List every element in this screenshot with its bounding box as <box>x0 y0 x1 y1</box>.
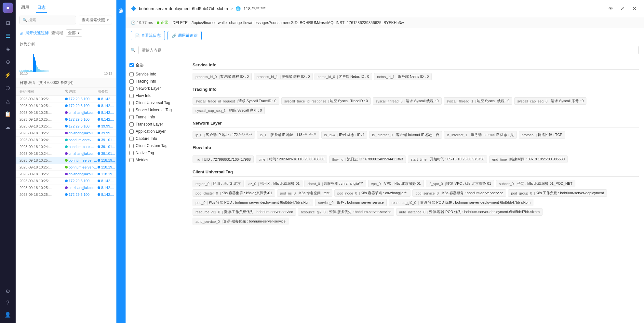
top-tabs: 调用 日志 <box>20 3 112 13</box>
close-button[interactable]: ✕ <box>630 4 639 13</box>
bar-25 <box>46 70 47 72</box>
sidebar-icon-user[interactable]: 👤 <box>2 309 14 320</box>
sidebar-icon-bolt[interactable]: ⚡ <box>2 69 14 81</box>
eye-icon-btn[interactable]: 👁 <box>606 4 615 13</box>
sidebar-icon-grid[interactable]: ⊞ <box>2 17 14 29</box>
checkbox-capture-info-input[interactable] <box>129 137 134 141</box>
table-row[interactable]: 2023-09-18 10:25:... cn-zhangjiakou... 8… <box>16 184 116 191</box>
checkbox-client-custom-tag-label: Client Custom Tag <box>136 143 168 148</box>
checkbox-transport-layer[interactable]: Transport Layer <box>129 121 183 128</box>
row-server: 8.142.... <box>98 186 116 190</box>
checkbox-client-custom-tag[interactable]: Client Custom Tag <box>129 142 183 149</box>
sidebar-icon-menu[interactable]: ☰ <box>2 30 14 42</box>
view-log-button[interactable]: 📄 查看流日志 <box>131 31 165 40</box>
row-time: 2023-09-18 10:25:... <box>20 186 65 190</box>
tab-log[interactable]: 日志 <box>36 3 47 13</box>
tab-call[interactable]: 调用 <box>20 3 31 13</box>
client-universal-tag-title: Client Universal Tag <box>193 169 639 177</box>
tag-ip-1: ip_1 | 服务端 IP 地址 : 118.***.***.** <box>257 131 319 139</box>
status-badge: 正常 <box>157 20 168 25</box>
trend-title: 趋势分析 <box>20 42 112 47</box>
table-row[interactable]: 2023-09-18 10:24:... bohrium-core-... 39… <box>16 143 116 150</box>
table-row[interactable]: 2023-09-18 10:25:... cn-zhangjiakou... 8… <box>16 109 116 116</box>
checkbox-server-universal-tag-input[interactable] <box>129 108 134 112</box>
sidebar-icon-hex[interactable]: ⬡ <box>2 82 14 94</box>
tag-syscall-trace-response: syscall_trace_id_response | 响应 Syscall T… <box>281 97 371 105</box>
trace-button[interactable]: 🔗 调用链追踪 <box>168 31 202 40</box>
table-row[interactable]: 2023-09-18 10:25:... cn-zhangjiakou... 3… <box>16 130 116 137</box>
search-snapshot-select[interactable]: 查询搜索快照 ▼ <box>79 16 112 24</box>
checkbox-client-custom-tag-input[interactable] <box>129 144 134 148</box>
checkbox-metrics[interactable]: Metrics <box>129 156 183 164</box>
checkbox-capture-info[interactable]: Capture Info <box>129 135 183 142</box>
checkbox-tracing-info-label: Tracing Info <box>136 79 156 84</box>
row-time: 2023-09-18 10:25:... <box>20 104 65 108</box>
checkbox-all[interactable]: 全选 <box>129 61 183 69</box>
client-universal-tag-tags: region_0 | 区域 : 华北2-北京 az_0 | 可用区 : k8s-… <box>193 180 639 225</box>
table-row[interactable]: 2023-09-18 10:25:... cn-zhangjiakou... 1… <box>16 171 116 178</box>
search-wrap[interactable]: 🔍 搜索 <box>20 16 76 24</box>
table-row[interactable]: 2023-09-18 10:24:... bohrium-core-... 39… <box>16 137 116 143</box>
sidebar-icon-help[interactable]: ? <box>2 297 14 309</box>
table-row[interactable]: 2023-09-18 10:25:... 172.29.6.100 8.142.… <box>16 96 116 102</box>
sidebar-icon-diamond[interactable]: ◈ <box>2 43 14 55</box>
log-icon: 📄 <box>135 34 140 38</box>
table-row[interactable]: 2023-09-18 10:25:... 172.29.6.100 39.99.… <box>16 123 116 130</box>
checkbox-metrics-input[interactable] <box>129 158 134 162</box>
expand-filter-label[interactable]: 展开快速过滤 <box>25 30 49 36</box>
time-badge: 🕐 19.77 ms <box>131 20 153 25</box>
table-row[interactable]: 2023-09-18 10:25:... 172.29.6.100 8.142.… <box>16 191 116 198</box>
checkbox-server-universal-tag[interactable]: Server Universal Tag <box>129 106 183 114</box>
checkbox-tunnel-info-input[interactable] <box>129 115 134 119</box>
bar-peak2 <box>34 57 35 72</box>
flow-info-tags: _id | UID : 7279986317100417968 time | 时… <box>193 155 639 163</box>
checkbox-flow-info[interactable]: Flow Info <box>129 92 183 99</box>
checkbox-tunnel-info[interactable]: Tunnel Info <box>129 114 183 121</box>
sidebar-icon-settings[interactable]: ⚙ <box>2 285 14 297</box>
checkbox-native-tag-label: Native Tag <box>136 151 154 155</box>
trend-section: 趋势分析 <box>16 39 116 78</box>
tag-netns-id-1: netns_id_1 | 服务端 Netns ID : 0 <box>374 73 432 80</box>
checkbox-service-info-input[interactable] <box>129 72 134 76</box>
table-row[interactable]: 2023-09-18 10:25:... bohrium-server-... … <box>16 164 116 171</box>
checkbox-network-layer[interactable]: Network Layer <box>129 85 183 92</box>
expand-icon-btn[interactable]: ⤢ <box>618 4 627 13</box>
table-row[interactable]: 2023-09-18 10:25:... 172.29.6.100 8.142.… <box>16 102 116 109</box>
checkbox-client-universal-tag[interactable]: Client Universal Tag <box>129 99 183 106</box>
region-select[interactable]: 全部 ▼ <box>66 29 82 37</box>
checkbox-native-tag-input[interactable] <box>129 151 134 155</box>
tag-ip-0: ip_0 | 客户端 IP 地址 : 172.***.***.** <box>193 131 255 139</box>
checkbox-application-layer[interactable]: Application Layer <box>129 128 183 135</box>
tag-resource-gl2-0: resource_gl2_0 | 资源-服务优先 : bohrium-serve… <box>298 208 394 216</box>
tag-syscall-cap-seq-1: syscall_cap_seq_1 | 响应 Syscall 序号 : 0 <box>193 107 265 114</box>
checkbox-all-input[interactable] <box>129 63 134 67</box>
table-row[interactable]: 2023-09-18 10:25:... bohrium-server-... … <box>16 157 116 164</box>
vertical-tab-label[interactable]: 情境日志关联 <box>118 3 124 10</box>
table-row[interactable]: 2023-09-18 10:25:... 172.29.6.100 8.142.… <box>16 116 116 123</box>
checkbox-network-layer-input[interactable] <box>129 87 134 91</box>
table-row[interactable]: 2023-09-18 10:25:... 172.29.6.100 8.142.… <box>16 178 116 184</box>
checkbox-application-layer-input[interactable] <box>129 129 134 134</box>
sidebar-icon-list[interactable]: 📋 <box>2 108 14 120</box>
checkbox-client-universal-tag-input[interactable] <box>129 101 134 105</box>
app-logo[interactable]: ■ <box>3 3 13 13</box>
checkbox-native-tag[interactable]: Native Tag <box>129 149 183 156</box>
sidebar-icon-triangle[interactable]: △ <box>2 95 14 107</box>
bar-1 <box>20 70 20 72</box>
checkbox-tracing-info[interactable]: Tracing Info <box>129 78 183 85</box>
checkbox-flow-info-label: Flow Info <box>136 93 152 98</box>
bar-24 <box>45 70 46 72</box>
checkbox-flow-info-input[interactable] <box>129 94 134 98</box>
row-time: 2023-09-18 10:24:... <box>20 138 65 142</box>
bar-9 <box>27 70 28 72</box>
sidebar-icon-plus[interactable]: ⊕ <box>2 56 14 68</box>
tag-resource-gl1-0: resource_gl1_0 | 资源-工作负载优先 : bohrium-ser… <box>193 208 296 216</box>
checkbox-tracing-info-input[interactable] <box>129 79 134 84</box>
sidebar-icon-cloud[interactable]: ☁ <box>2 121 14 133</box>
vertical-tab-panel: 情境日志关联 <box>116 0 126 323</box>
filter-input[interactable] <box>138 46 639 54</box>
checkbox-service-info[interactable]: Service Info <box>129 71 183 78</box>
bar-6 <box>24 70 25 72</box>
table-row[interactable]: 2023-09-18 10:24:... cn-zhangjiakou... 3… <box>16 150 116 157</box>
checkbox-transport-layer-input[interactable] <box>129 122 134 127</box>
